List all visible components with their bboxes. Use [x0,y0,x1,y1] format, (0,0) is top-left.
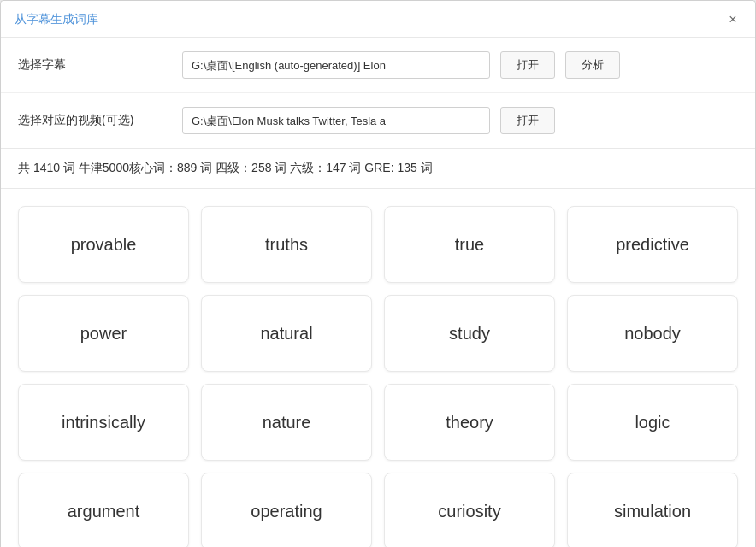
word-card[interactable]: logic [567,384,738,461]
form-section: 选择字幕 G:\桌面\[English (auto-generated)] El… [1,38,755,149]
video-row: 选择对应的视频(可选) G:\桌面\Elon Musk talks Twitte… [1,93,755,148]
stats-text: 共 1410 词 牛津5000核心词：889 词 四级：258 词 六级：147… [18,161,433,174]
word-card[interactable]: predictive [567,206,738,283]
video-open-button[interactable]: 打开 [500,107,555,134]
subtitle-input[interactable]: G:\桌面\[English (auto-generated)] Elon [182,51,490,79]
word-card[interactable]: natural [201,295,372,372]
window-content: 选择字幕 G:\桌面\[English (auto-generated)] El… [1,38,755,547]
words-grid: provabletruthstruepredictivepowernatural… [1,189,755,547]
word-card[interactable]: true [384,206,555,283]
video-input[interactable]: G:\桌面\Elon Musk talks Twitter, Tesla a [182,107,490,134]
title-bar: 从字幕生成词库 × [1,1,755,38]
word-card[interactable]: provable [18,206,189,283]
stats-row: 共 1410 词 牛津5000核心词：889 词 四级：258 词 六级：147… [1,149,755,189]
video-label: 选择对应的视频(可选) [18,113,172,128]
word-card[interactable]: study [384,295,555,372]
word-card[interactable]: nobody [567,295,738,372]
word-card[interactable]: truths [201,206,372,283]
subtitle-row: 选择字幕 G:\桌面\[English (auto-generated)] El… [1,38,755,93]
subtitle-analyze-button[interactable]: 分析 [565,51,620,79]
word-card[interactable]: intrinsically [18,384,189,461]
word-card[interactable]: argument [18,473,189,547]
window-title: 从字幕生成词库 [15,12,98,27]
close-button[interactable]: × [724,11,741,28]
word-card[interactable]: simulation [567,473,738,547]
word-card[interactable]: curiosity [384,473,555,547]
subtitle-label: 选择字幕 [18,57,172,73]
word-card[interactable]: nature [201,384,372,461]
subtitle-open-button[interactable]: 打开 [500,51,555,79]
word-card[interactable]: operating [201,473,372,547]
word-card[interactable]: power [18,295,189,372]
main-window: 从字幕生成词库 × 选择字幕 G:\桌面\[English (auto-gene… [0,0,756,547]
word-card[interactable]: theory [384,384,555,461]
